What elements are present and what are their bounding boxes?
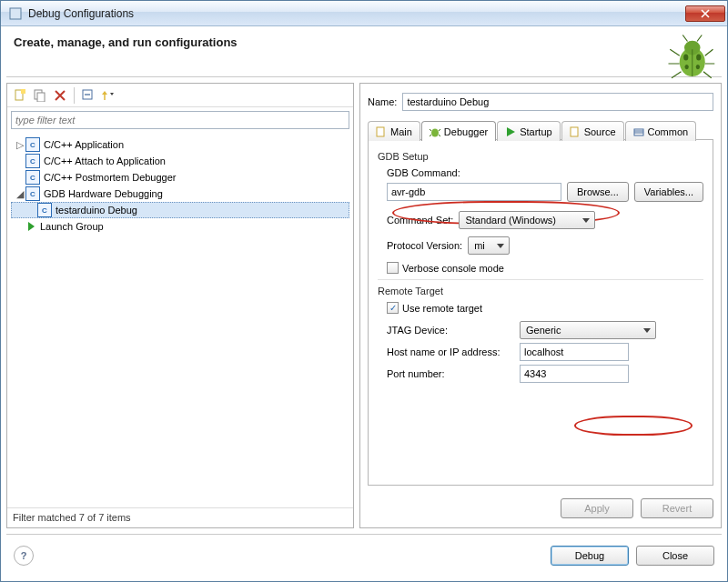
port-input[interactable] [520,365,629,383]
delete-config-button[interactable] [51,86,69,105]
svg-rect-8 [21,89,25,94]
new-config-button[interactable] [11,86,29,105]
tab-label: Startup [520,126,551,137]
c-type-icon: C [25,170,40,185]
tab-label: Common [648,126,689,137]
tab-source[interactable]: Source [561,121,624,141]
gdb-command-label: GDB Command: [387,167,460,178]
name-label: Name: [368,96,397,107]
tab-debugger[interactable]: Debugger [421,121,496,141]
protocol-version-combo[interactable]: mi [468,236,510,255]
use-remote-label: Use remote target [402,303,482,314]
collapse-icon[interactable]: ◢ [15,188,25,200]
tabstrip: Main Debugger Startup Source Common [360,116,721,140]
svg-point-13 [431,128,439,136]
filter-menu-button[interactable] [99,86,117,105]
c-type-icon: C [25,137,40,152]
tree-node-testarduino[interactable]: C testarduino Debug [11,202,349,218]
app-icon [8,6,23,21]
name-row: Name: [360,84,721,116]
new-file-icon [14,89,26,102]
collapse-all-button[interactable] [79,86,97,105]
tab-startup[interactable]: Startup [497,121,560,141]
host-input[interactable] [520,343,629,361]
tree-label: Launch Group [40,221,104,232]
debugger-tab-page: GDB Setup GDB Command: Browse... Variabl… [368,140,713,486]
duplicate-config-button[interactable] [31,86,49,105]
tab-main[interactable]: Main [368,121,420,141]
svg-rect-0 [10,8,21,19]
tree-label: GDB Hardware Debugging [44,188,163,199]
bug-icon [430,126,440,137]
body: ▷ C C/C++ Application C C/C++ Attach to … [1,77,727,528]
group-separator [378,279,703,280]
c-type-icon: C [37,203,52,217]
browse-button[interactable]: Browse... [567,182,629,202]
revert-button[interactable]: Revert [641,498,713,518]
tree-node-c-postmortem[interactable]: C C/C++ Postmortem Debugger [11,169,349,186]
window-title: Debug Configurations [28,7,685,20]
filter-arrow-icon [101,89,116,102]
command-set-label: Command Set: [387,215,453,226]
launch-group-icon [28,222,35,231]
variables-button[interactable]: Variables... [634,182,703,202]
run-icon [505,126,516,137]
jtag-device-label: JTAG Device: [387,325,514,336]
source-icon [570,126,581,137]
apply-button[interactable]: Apply [561,498,633,518]
collapse-icon [82,89,95,102]
gdb-command-input[interactable] [387,183,561,201]
debug-button[interactable]: Debug [551,546,629,566]
jtag-device-combo[interactable]: Generic [520,321,656,339]
apply-revert-row: Apply Revert [360,493,721,527]
tree-node-c-attach[interactable]: C C/C++ Attach to Application [11,153,349,169]
use-remote-checkbox[interactable]: ✓ [387,302,399,314]
c-type-icon: C [25,154,40,168]
toolbar-divider [74,87,75,104]
titlebar: Debug Configurations [1,1,727,26]
tree-node-gdb-hw[interactable]: ◢ C GDB Hardware Debugging [11,186,349,202]
tree-node-c-app[interactable]: ▷ C C/C++ Application [11,136,349,153]
svg-point-6 [696,65,700,69]
expand-icon[interactable]: ▷ [15,139,25,151]
tree-label: C/C++ Application [44,139,124,150]
tab-label: Debugger [444,126,488,137]
svg-rect-10 [37,93,45,102]
gdb-setup-group-title: GDB Setup [378,151,703,162]
left-toolbar [7,84,353,107]
tab-common[interactable]: Common [625,121,697,141]
close-button[interactable]: Close [636,546,714,566]
help-button[interactable]: ? [14,546,34,566]
svg-point-3 [683,55,688,61]
common-icon [633,126,644,137]
left-panel: ▷ C C/C++ Application C C/C++ Attach to … [6,83,354,528]
config-tree[interactable]: ▷ C C/C++ Application C C/C++ Attach to … [7,133,353,507]
host-label: Host name or IP address: [387,346,514,357]
delete-x-icon [55,90,66,101]
header-title: Create, manage, and run configurations [14,35,714,49]
footer: ? Debug Close [6,534,722,576]
tree-label: testarduino Debug [56,205,137,216]
dialog-window: Debug Configurations Create, manage, and… [0,0,728,582]
close-icon [701,9,710,18]
tree-label: C/C++ Attach to Application [44,156,166,166]
filter-input[interactable] [11,111,349,129]
command-set-combo[interactable]: Standard (Windows) [459,211,595,229]
name-input[interactable] [402,93,713,111]
header: Create, manage, and run configurations [1,26,727,76]
filter-status: Filter matched 7 of 7 items [7,507,353,527]
filter-box [11,111,349,129]
c-type-icon: C [25,186,40,201]
port-label: Port number: [387,368,514,379]
copy-icon [34,89,46,102]
tab-label: Source [584,126,616,137]
verbose-checkbox[interactable] [387,262,399,274]
remote-target-group-title: Remote Target [378,286,703,296]
tree-node-launch-group[interactable]: Launch Group [11,218,349,235]
svg-point-5 [684,65,688,69]
svg-rect-12 [377,127,384,136]
bug-illustration-icon [665,32,716,83]
protocol-version-label: Protocol Version: [387,240,462,251]
tab-label: Main [390,126,412,137]
window-close-button[interactable] [685,5,725,22]
